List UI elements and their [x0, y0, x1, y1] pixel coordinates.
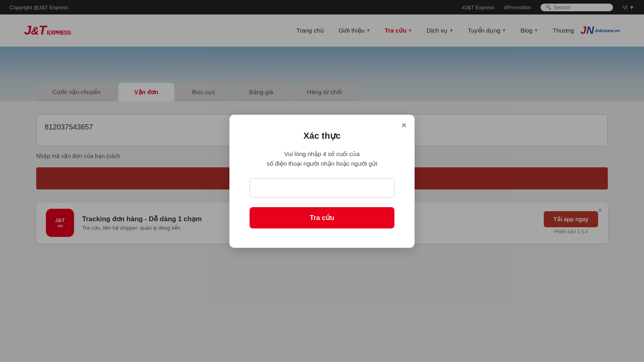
verification-modal: × Xác thực Vui lòng nhập 4 số cuối của s… [229, 115, 415, 248]
modal-overlay[interactable]: × Xác thực Vui lòng nhập 4 số cuối của s… [0, 0, 644, 362]
modal-search-button[interactable]: Tra cứu [250, 207, 394, 228]
phone-last4-input[interactable] [250, 178, 394, 197]
modal-close-button[interactable]: × [401, 121, 407, 130]
modal-description: Vui lòng nhập 4 số cuối của số điện thoạ… [250, 149, 394, 169]
modal-title: Xác thực [250, 131, 394, 141]
